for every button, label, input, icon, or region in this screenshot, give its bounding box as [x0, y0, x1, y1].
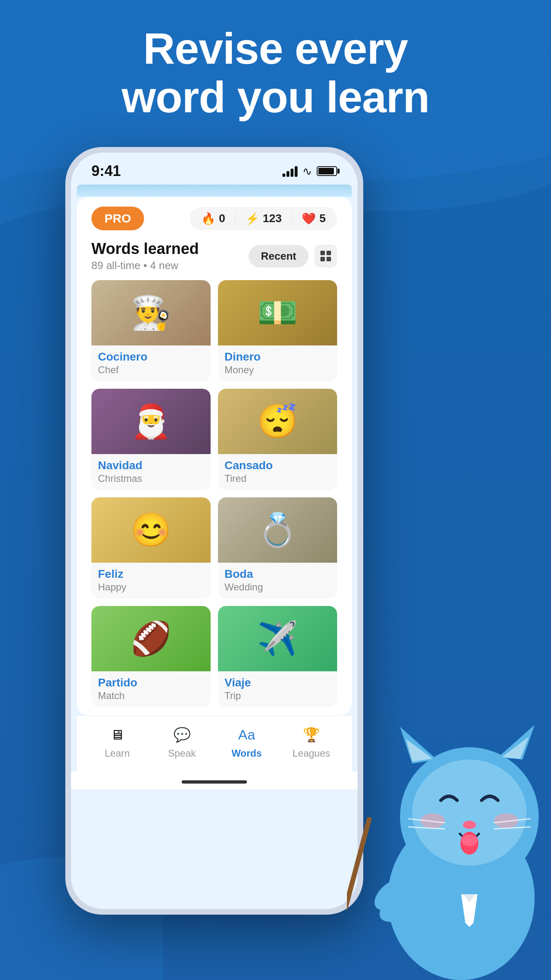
- home-bar: [182, 780, 247, 784]
- word-spanish-4: Feliz: [98, 568, 204, 581]
- filter-row: Recent: [249, 245, 337, 267]
- word-english-3: Tired: [224, 473, 331, 484]
- word-english-1: Money: [224, 364, 331, 376]
- word-spanish-1: Dinero: [224, 350, 331, 363]
- word-image-navidad: 🎅: [91, 389, 211, 454]
- svg-rect-2: [327, 251, 331, 255]
- grid-icon: [320, 250, 331, 262]
- grid-view-btn[interactable]: [314, 245, 337, 267]
- word-english-2: Christmas: [98, 473, 204, 484]
- word-card-cansado[interactable]: 😴CansadoTired: [218, 389, 337, 490]
- nav-label-speak: Speak: [168, 748, 196, 759]
- word-spanish-0: Cocinero: [98, 350, 204, 363]
- word-english-5: Wedding: [224, 581, 331, 593]
- word-image-viaje: ✈️: [218, 606, 337, 671]
- nav-item-leagues[interactable]: 🏆Leagues: [287, 724, 336, 759]
- word-image-feliz: 😊: [91, 497, 211, 563]
- words-title: Words learned: [91, 240, 199, 258]
- nav-icon-words: Aa: [236, 724, 257, 745]
- signal-icon: [282, 165, 298, 177]
- nav-icon-learn: 🖥: [107, 724, 128, 745]
- word-image-dinero: 💵: [218, 280, 337, 345]
- word-spanish-2: Navidad: [98, 459, 204, 472]
- stats-row: 🔥 0 ⚡ 123 ❤️ 5: [190, 207, 337, 230]
- word-spanish-5: Boda: [224, 568, 331, 581]
- nav-label-words: Words: [231, 748, 262, 759]
- word-card-feliz[interactable]: 😊FelizHappy: [91, 497, 211, 599]
- status-bar: 9:41 ∿: [71, 153, 358, 185]
- word-card-partido[interactable]: 🏈PartidoMatch: [91, 606, 211, 707]
- bolt-icon: ⚡: [245, 212, 260, 225]
- word-image-partido: 🏈: [91, 606, 211, 671]
- svg-point-14: [463, 821, 476, 829]
- pro-badge[interactable]: PRO: [91, 207, 144, 230]
- svg-rect-1: [320, 251, 325, 255]
- word-card-dinero[interactable]: 💵DineroMoney: [218, 280, 337, 381]
- word-english-4: Happy: [98, 581, 204, 593]
- words-title-block: Words learned 89 all-time • 4 new: [91, 240, 199, 272]
- cat-mascot: [347, 694, 551, 980]
- recent-filter-btn[interactable]: Recent: [249, 245, 309, 267]
- bolt-count: 123: [263, 212, 282, 225]
- word-card-cocinero[interactable]: 👨‍🍳CocineroChef: [91, 280, 211, 381]
- svg-rect-4: [327, 257, 331, 261]
- top-bar: PRO 🔥 0 ⚡ 123 ❤️: [77, 197, 352, 237]
- word-spanish-3: Cansado: [224, 459, 331, 472]
- svg-rect-3: [320, 257, 325, 261]
- heart-icon: ❤️: [302, 212, 316, 225]
- word-spanish-7: Viaje: [224, 676, 331, 689]
- word-english-7: Trip: [224, 690, 331, 702]
- word-image-boda: 💍: [218, 497, 337, 563]
- home-indicator: [71, 771, 358, 789]
- app-content: PRO 🔥 0 ⚡ 123 ❤️: [77, 197, 352, 715]
- status-time: 9:41: [91, 163, 121, 180]
- nav-item-speak[interactable]: 💬Speak: [158, 724, 207, 759]
- words-subtitle: 89 all-time • 4 new: [91, 259, 199, 272]
- word-card-viaje[interactable]: ✈️ViajeTrip: [218, 606, 337, 707]
- status-icons: ∿: [282, 165, 337, 178]
- svg-rect-24: [347, 817, 372, 920]
- nav-icon-speak: 💬: [171, 724, 193, 745]
- hero-title-block: Revise every word you learn: [0, 24, 551, 122]
- words-header: Words learned 89 all-time • 4 new Recent: [77, 237, 352, 280]
- word-grid: 👨‍🍳CocineroChef💵DineroMoney🎅NavidadChris…: [77, 280, 352, 715]
- hero-title: Revise every word you learn: [0, 24, 551, 122]
- word-spanish-6: Partido: [98, 676, 204, 689]
- cat-mascot-svg: [347, 694, 551, 980]
- svg-point-16: [461, 835, 478, 846]
- phone-mockup: 9:41 ∿: [65, 147, 363, 915]
- fire-count: 0: [219, 212, 225, 225]
- bottom-nav: 🖥Learn💬SpeakAaWords🏆Leagues: [77, 715, 352, 771]
- bolt-stat: ⚡ 123: [245, 212, 282, 225]
- svg-marker-9: [406, 739, 433, 762]
- word-english-0: Chef: [98, 364, 204, 376]
- nav-label-learn: Learn: [105, 748, 130, 759]
- word-english-6: Match: [98, 690, 204, 702]
- word-image-cocinero: 👨‍🍳: [91, 280, 211, 345]
- nav-icon-leagues: 🏆: [301, 724, 322, 745]
- nav-item-learn[interactable]: 🖥Learn: [93, 724, 142, 759]
- fire-icon: 🔥: [201, 212, 216, 225]
- word-card-boda[interactable]: 💍BodaWedding: [218, 497, 337, 599]
- word-card-navidad[interactable]: 🎅NavidadChristmas: [91, 389, 211, 490]
- nav-item-words[interactable]: AaWords: [222, 724, 271, 759]
- nav-label-leagues: Leagues: [293, 748, 330, 759]
- word-image-cansado: 😴: [218, 389, 337, 454]
- fire-stat: 🔥 0: [201, 212, 225, 225]
- heart-stat: ❤️ 5: [302, 212, 326, 225]
- wifi-icon: ∿: [302, 165, 312, 178]
- battery-icon: [317, 166, 337, 176]
- heart-count: 5: [319, 212, 326, 225]
